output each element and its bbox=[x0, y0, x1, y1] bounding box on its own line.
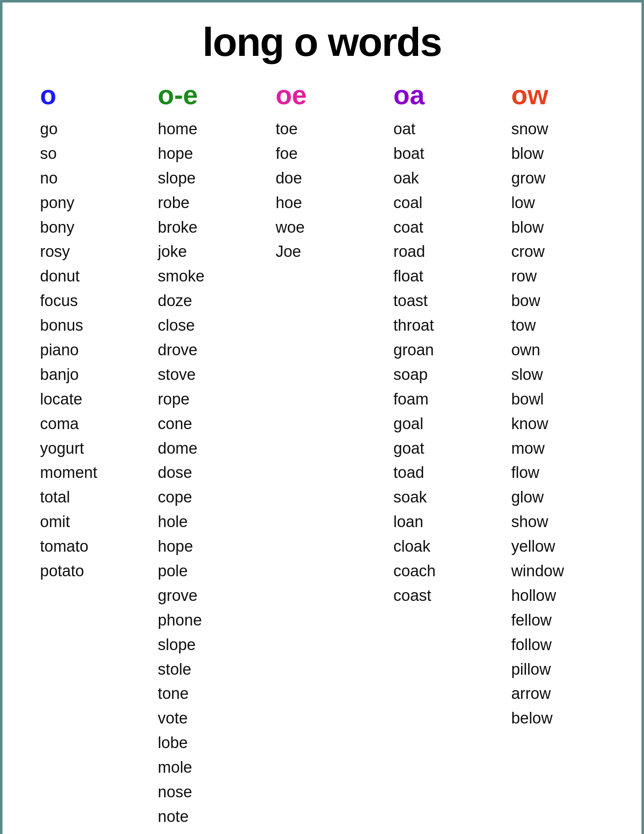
list-item: flow bbox=[511, 460, 564, 485]
list-item: so bbox=[40, 141, 97, 166]
list-item: close bbox=[158, 313, 205, 338]
list-item: foam bbox=[393, 387, 436, 412]
list-item: dome bbox=[158, 436, 205, 461]
list-item: rope bbox=[158, 387, 205, 412]
list-item: slow bbox=[511, 362, 564, 387]
list-item: Joe bbox=[276, 239, 305, 264]
list-item: toe bbox=[276, 117, 305, 141]
list-item: donut bbox=[40, 264, 97, 289]
list-item: toast bbox=[393, 289, 436, 313]
list-item: hollow bbox=[511, 583, 564, 608]
list-item: glow bbox=[511, 485, 564, 510]
list-item: woe bbox=[276, 215, 305, 240]
list-item: mow bbox=[511, 436, 564, 461]
list-item: cone bbox=[158, 412, 205, 436]
list-item: pole bbox=[158, 559, 205, 583]
list-item: nose bbox=[158, 780, 205, 804]
list-item: fellow bbox=[511, 608, 564, 633]
list-item: follow bbox=[511, 633, 564, 657]
list-item: dose bbox=[158, 460, 205, 485]
list-item: pillow bbox=[511, 657, 564, 682]
list-item: smoke bbox=[158, 264, 205, 289]
list-item: bow bbox=[511, 289, 564, 313]
word-list-oe: toefoedoehoewoeJoe bbox=[276, 117, 305, 264]
list-item: tone bbox=[158, 681, 205, 706]
list-item: tomato bbox=[40, 534, 97, 559]
list-item: row bbox=[511, 264, 564, 289]
list-item: own bbox=[511, 338, 564, 362]
list-item: hope bbox=[158, 534, 205, 559]
list-item: low bbox=[511, 191, 564, 215]
list-item: stove bbox=[158, 362, 205, 387]
list-item: coal bbox=[393, 191, 436, 215]
list-item: doe bbox=[276, 166, 305, 191]
list-item: drove bbox=[158, 338, 205, 362]
list-item: phone bbox=[158, 608, 205, 633]
list-item: goat bbox=[393, 436, 436, 461]
list-item: blow bbox=[511, 215, 564, 240]
list-item: tow bbox=[511, 313, 564, 338]
list-item: hoe bbox=[276, 191, 305, 215]
column-ow: owsnowblowgrowlowblowcrowrowbowtowownslo… bbox=[499, 82, 616, 731]
list-item: potato bbox=[40, 559, 97, 583]
list-item: soak bbox=[393, 485, 436, 510]
list-item: broke bbox=[158, 215, 205, 240]
list-item: hope bbox=[158, 141, 205, 166]
list-item: crow bbox=[511, 239, 564, 264]
list-item: moment bbox=[40, 460, 97, 485]
list-item: goal bbox=[393, 412, 436, 436]
list-item: stole bbox=[158, 657, 205, 682]
list-item: toad bbox=[393, 460, 436, 485]
list-item: note bbox=[158, 804, 205, 829]
column-header-o-e: o-e bbox=[158, 82, 198, 108]
list-item: rosy bbox=[40, 239, 97, 264]
word-list-ow: snowblowgrowlowblowcrowrowbowtowownslowb… bbox=[511, 117, 564, 731]
list-item: robe bbox=[158, 191, 205, 215]
list-item: coast bbox=[393, 583, 436, 608]
list-item: loan bbox=[393, 510, 436, 534]
list-item: cloak bbox=[393, 534, 436, 559]
list-item: omit bbox=[40, 510, 97, 534]
list-item: no bbox=[40, 166, 97, 191]
list-item: coach bbox=[393, 559, 436, 583]
column-header-oe: oe bbox=[276, 82, 307, 108]
column-header-ow: ow bbox=[511, 82, 548, 108]
page-title: long o words bbox=[28, 19, 616, 65]
list-item: yogurt bbox=[40, 436, 97, 461]
list-item: cope bbox=[158, 485, 205, 510]
list-item: oak bbox=[393, 166, 436, 191]
list-item: snow bbox=[511, 117, 564, 141]
list-item: vote bbox=[158, 706, 205, 731]
list-item: below bbox=[511, 706, 564, 731]
list-item: lobe bbox=[158, 731, 205, 755]
column-o: ogosonoponybonyrosydonutfocusbonuspianob… bbox=[28, 82, 145, 583]
word-list-o: gosonoponybonyrosydonutfocusbonuspianoba… bbox=[40, 117, 97, 583]
list-item: arrow bbox=[511, 681, 564, 706]
list-item: oat bbox=[393, 117, 436, 141]
list-item: coma bbox=[40, 412, 97, 436]
list-item: locate bbox=[40, 387, 97, 412]
list-item: groan bbox=[393, 338, 436, 362]
list-item: total bbox=[40, 485, 97, 510]
list-item: doze bbox=[158, 289, 205, 313]
list-item: know bbox=[511, 412, 564, 436]
list-item: slope bbox=[158, 166, 205, 191]
list-item: grove bbox=[158, 583, 205, 608]
list-item: banjo bbox=[40, 362, 97, 387]
list-item: float bbox=[393, 264, 436, 289]
list-item: piano bbox=[40, 338, 97, 362]
column-header-o: o bbox=[40, 82, 56, 108]
list-item: blow bbox=[511, 141, 564, 166]
list-item: window bbox=[511, 559, 564, 583]
list-item: bony bbox=[40, 215, 97, 240]
list-item: boat bbox=[393, 141, 436, 166]
list-item: show bbox=[511, 510, 564, 534]
list-item: slope bbox=[158, 633, 205, 657]
list-item: road bbox=[393, 239, 436, 264]
list-item: pony bbox=[40, 191, 97, 215]
column-oa: oaoatboatoakcoalcoatroadfloattoastthroat… bbox=[381, 82, 499, 608]
list-item: foe bbox=[276, 141, 305, 166]
list-item: bonus bbox=[40, 313, 97, 338]
column-o-e: o-ehomehopesloperobebrokejokesmokedozecl… bbox=[145, 82, 263, 829]
column-header-oa: oa bbox=[393, 82, 425, 108]
